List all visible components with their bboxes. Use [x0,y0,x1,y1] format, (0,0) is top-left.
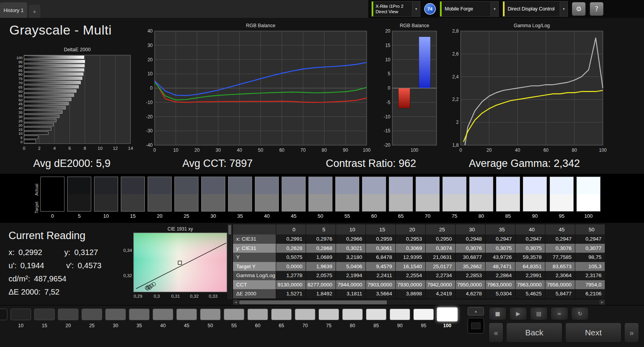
pattern-level-button-100[interactable]: 100 [437,309,458,328]
table-cell: 0,3074 [425,244,455,253]
table-cell: 5,0304 [485,289,515,298]
table-cell: 59,3578 [515,253,545,262]
table-column-header: 40 [515,224,545,234]
source-dropdown[interactable]: Mobile Forge ▼ [440,1,499,17]
grayscale-swatch-strip: Actual Target 05101520253035404550556065… [0,174,644,223]
table-row-label: Target Y [233,262,276,271]
next-button[interactable]: Next [565,323,621,343]
svg-text:40: 40 [237,147,242,153]
table-column-header: 50 [575,224,605,234]
svg-text:90: 90 [18,64,23,68]
table-cell: 16,1540 [395,262,425,271]
gamma-loglog-chart: Gamma Log/Log0204060801002,82,62,42,221,… [445,23,610,159]
table-horizontal-scrollbar[interactable]: ◂ ▸ [233,300,605,305]
add-tab-button[interactable]: + [29,5,40,18]
swatch-level-label: 20 [148,213,172,219]
table-cell: 2,2991 [515,271,545,280]
pattern-level-label: 40 [160,323,166,328]
settings-button[interactable]: ⚙ [572,2,586,16]
pattern-swatch [224,309,244,320]
chevron-down-icon[interactable]: ▼ [560,2,567,16]
table-column-header: 30 [455,224,485,234]
pattern-swatch [295,309,315,320]
swatch-level-label: 65 [389,213,413,219]
pattern-level-label: 60 [255,323,261,328]
pattern-level-button-85[interactable]: 85 [366,309,386,328]
reading-value: 0,1944 [21,261,55,270]
meter-dropdown[interactable]: X-Rite i1Pro 2 Direct View ▼ [371,1,420,17]
scrollbar-track[interactable] [238,300,599,305]
table-cell: 7942,0000 [425,280,455,290]
pattern-level-button-15[interactable]: 15 [34,309,55,328]
table-vertical-scrollbar[interactable] [228,224,232,299]
continuous-measure-button[interactable]: ∞ [550,307,568,320]
pattern-up-button[interactable]: ▲ [468,307,484,316]
rgb-balance-line-chart: RGB Balance01020304050607080901004030201… [138,23,373,159]
pattern-level-button-75[interactable]: 75 [319,309,339,328]
pattern-level-label: 35 [137,323,142,328]
back-button[interactable]: Back [506,323,562,343]
table-cell: 3,1811 [336,289,366,298]
meter-mode: Direct View [376,9,410,14]
scroll-right-arrow[interactable]: ▸ [599,300,605,305]
pattern-level-label: 95 [421,323,426,328]
pattern-level-button-30[interactable]: 30 [105,309,126,328]
pattern-level-button-45[interactable]: 45 [176,309,197,328]
scrollbar-thumb[interactable] [239,300,387,304]
pattern-level-button-65[interactable]: 65 [271,309,292,328]
pattern-window-button[interactable] [468,318,484,333]
next-chevron-button[interactable]: » [624,323,639,343]
pattern-level-button-50[interactable]: 50 [200,309,221,328]
target-swatch [416,194,439,211]
target-swatch [470,194,493,211]
display-control-dropdown[interactable]: Direct Display Control ▼ [503,1,568,17]
pattern-level-button-55[interactable]: 55 [224,309,244,328]
pattern-level-button-90[interactable]: 90 [390,309,410,328]
scroll-left-arrow[interactable]: ◂ [233,300,238,305]
pattern-level-button-10[interactable]: 10 [10,309,31,328]
help-button[interactable]: ? [590,2,604,16]
pattern-swatch [342,309,363,320]
back-chevron-button[interactable]: « [489,323,503,343]
chevron-down-icon[interactable]: ▼ [412,2,420,16]
pattern-level-button-70[interactable]: 70 [295,309,315,328]
table-column-header: 10 [336,224,366,234]
swatch-level-label: 100 [576,213,600,219]
svg-text:100: 100 [16,56,23,60]
reading-row: u': 0,1944 v': 0,4573 [9,261,130,270]
pattern-level-button-35[interactable]: 35 [129,309,150,328]
pattern-level-button-80[interactable]: 80 [342,309,363,328]
refresh-button[interactable]: ↻ [571,307,589,320]
pattern-level-button-20[interactable]: 20 [58,309,78,328]
stop-button[interactable]: ■ [489,307,506,320]
table-cell: 9,4579 [366,262,395,271]
table-cell: 6,2106 [575,289,605,298]
scrollbar-thumb[interactable] [228,225,231,234]
table-row-label: Gamma Log/Log [233,271,276,280]
swatch-level-label: 30 [201,213,225,219]
table-cell: 1,9639 [306,262,336,271]
chevron-down-icon[interactable]: ▼ [491,2,498,16]
play-button[interactable]: ▶ [509,307,527,320]
workflow-navigation: « Back Next » [489,323,639,343]
snapshot-button[interactable]: ▤ [530,307,548,320]
pattern-level-button-60[interactable]: 60 [247,309,268,328]
svg-text:5: 5 [388,71,390,76]
table-cell: 2,2734 [425,271,455,280]
pattern-level-buttons: 5101520253035404550556065707580859095100 [0,309,461,328]
table-row-label: y: CIE31 [233,244,276,253]
pattern-level-button-95[interactable]: 95 [413,309,434,328]
svg-text:30: 30 [216,147,221,153]
reading-row: cd/m²: 487,9654 [9,274,130,283]
tab-history-1[interactable]: History 1 [0,2,27,18]
table-cell: 3,8698 [395,289,425,298]
table-cell: 1,8492 [306,289,336,298]
svg-text:35: 35 [18,110,23,115]
svg-text:RGB Balance: RGB Balance [400,23,429,28]
question-icon: ? [595,5,598,13]
pattern-level-button-40[interactable]: 40 [153,309,173,328]
table-cell: 2,0575 [306,271,336,280]
pattern-level-button-25[interactable]: 25 [82,309,102,328]
svg-text:20: 20 [195,147,200,153]
pattern-level-button-5[interactable]: 5 [0,309,7,328]
